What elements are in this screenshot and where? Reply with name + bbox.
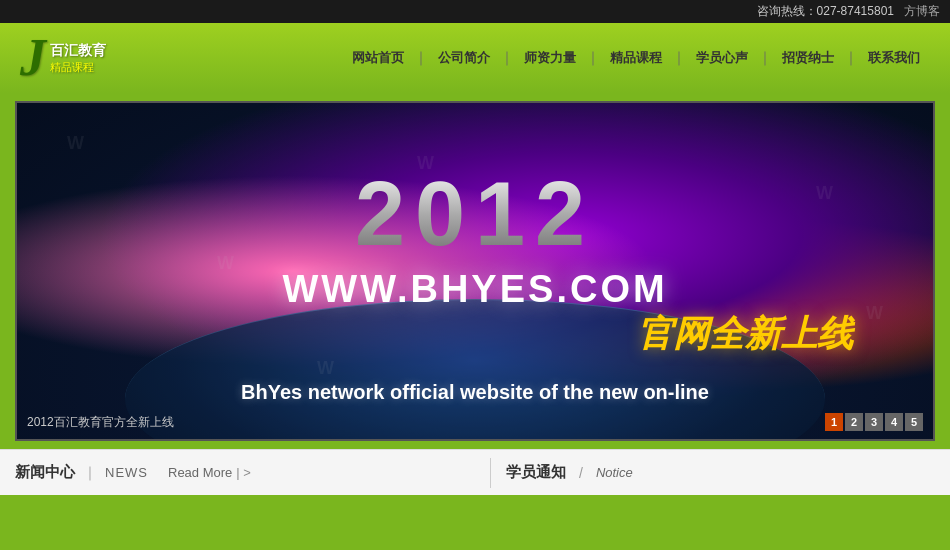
logo-sub: 精品课程	[50, 60, 106, 75]
banner-year: 2012	[355, 163, 595, 266]
watermark-3: W	[217, 253, 234, 274]
nav-sep-4: ｜	[672, 49, 686, 67]
read-more-button[interactable]: Read More | >	[168, 465, 251, 480]
read-more-arrow: | >	[236, 465, 251, 480]
notice-label: Notice	[596, 465, 633, 480]
logo-name: 百汇教育	[50, 42, 106, 60]
nav-students[interactable]: 学员心声	[686, 45, 758, 71]
watermark-1: W	[67, 133, 84, 154]
logo-text: 百汇教育 精品课程	[50, 42, 106, 75]
nav-teachers[interactable]: 师资力量	[514, 45, 586, 71]
news-title: 新闻中心	[15, 463, 75, 482]
page-btn-1[interactable]: 1	[825, 413, 843, 431]
news-label: NEWS	[105, 465, 148, 480]
main-content: W W W W W W 2012 WWW.BHYES.COM 官网全新上线 Bh…	[0, 93, 950, 449]
banner-chinese-slogan: 官网全新上线	[637, 310, 853, 359]
nav-home[interactable]: 网站首页	[342, 45, 414, 71]
read-more-text: Read More	[168, 465, 232, 480]
page-btn-3[interactable]: 3	[865, 413, 883, 431]
banner-caption: 2012百汇教育官方全新上线	[27, 414, 174, 431]
nav-recruit[interactable]: 招贤纳士	[772, 45, 844, 71]
nav-sep-5: ｜	[758, 49, 772, 67]
logo: J 百汇教育 精品课程	[20, 32, 106, 84]
notice-section: 学员通知 / Notice	[506, 463, 633, 482]
notice-title: 学员通知	[506, 463, 566, 482]
news-separator: ｜	[83, 464, 97, 482]
banner-background: W W W W W W 2012 WWW.BHYES.COM 官网全新上线 Bh…	[17, 103, 933, 439]
news-section: 新闻中心 ｜ NEWS Read More | >	[15, 463, 475, 482]
nav-contact[interactable]: 联系我们	[858, 45, 930, 71]
hotline-text: 咨询热线：027-87415801	[757, 3, 894, 20]
banner-pagination: 1 2 3 4 5	[825, 413, 923, 431]
main-nav: 网站首页 ｜ 公司简介 ｜ 师资力量 ｜ 精品课程 ｜ 学员心声 ｜ 招贤纳士 …	[342, 45, 930, 71]
nav-sep-3: ｜	[586, 49, 600, 67]
nav-about[interactable]: 公司简介	[428, 45, 500, 71]
section-divider	[490, 458, 491, 488]
bottom-section: 新闻中心 ｜ NEWS Read More | > 学员通知 / Notice	[0, 449, 950, 495]
page-btn-4[interactable]: 4	[885, 413, 903, 431]
page-btn-2[interactable]: 2	[845, 413, 863, 431]
blog-link[interactable]: 方博客	[904, 3, 940, 20]
banner: W W W W W W 2012 WWW.BHYES.COM 官网全新上线 Bh…	[15, 101, 935, 441]
banner-website: WWW.BHYES.COM	[282, 268, 667, 311]
nav-sep-2: ｜	[500, 49, 514, 67]
nav-sep-1: ｜	[414, 49, 428, 67]
header: J 百汇教育 精品课程 网站首页 ｜ 公司简介 ｜ 师资力量 ｜ 精品课程 ｜ …	[0, 23, 950, 93]
top-bar: 咨询热线：027-87415801 方博客	[0, 0, 950, 23]
banner-english-slogan: BhYes network official website of the ne…	[241, 381, 709, 404]
logo-icon: J	[20, 32, 46, 84]
page-btn-5[interactable]: 5	[905, 413, 923, 431]
nav-courses[interactable]: 精品课程	[600, 45, 672, 71]
watermark-2: W	[816, 183, 833, 204]
notice-separator: /	[579, 465, 583, 481]
nav-sep-6: ｜	[844, 49, 858, 67]
watermark-6: W	[866, 303, 883, 324]
